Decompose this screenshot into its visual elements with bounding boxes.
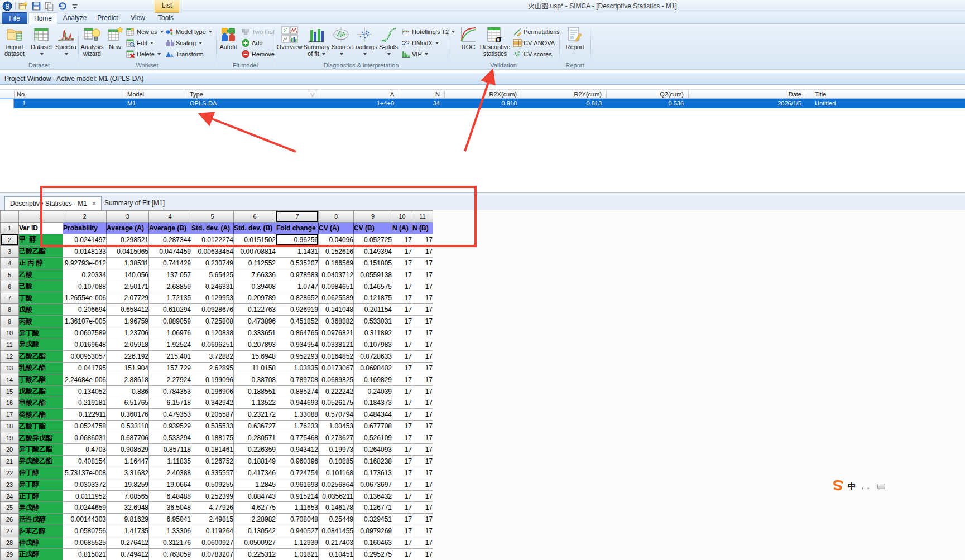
data-cell[interactable]: 0.484344	[354, 409, 392, 421]
data-cell[interactable]: 6.15718	[149, 397, 191, 409]
overview-button[interactable]: Overview	[276, 26, 303, 61]
data-cell[interactable]: 0.908529	[107, 444, 149, 456]
data-cell[interactable]: 0.952293	[276, 350, 319, 362]
data-cell[interactable]: 0.687706	[107, 432, 149, 444]
data-cell[interactable]: 0.39408	[234, 281, 276, 292]
data-cell[interactable]: 0.24039	[354, 385, 392, 397]
data-cell[interactable]: 17	[412, 479, 433, 490]
var-id-cell[interactable]: 活性戊醇	[19, 514, 63, 525]
row-number-cell[interactable]: 8	[1, 304, 19, 316]
data-cell[interactable]: 0.960396	[276, 455, 319, 467]
column-number-cell[interactable]: 8	[319, 211, 354, 223]
data-cell[interactable]: 0.886	[107, 385, 149, 397]
data-cell[interactable]: 0.201154	[354, 304, 392, 316]
data-cell[interactable]: 0.335557	[191, 467, 234, 479]
data-cell[interactable]: 0.943412	[276, 444, 319, 456]
delete-button[interactable]: Delete	[126, 49, 161, 59]
data-cell[interactable]: 0.864765	[276, 327, 319, 339]
data-cell[interactable]: 17	[392, 467, 412, 479]
data-cell[interactable]: 2.68859	[149, 281, 191, 292]
column-header-cell[interactable]: N (A)	[392, 223, 412, 234]
data-cell[interactable]: 17	[412, 490, 433, 502]
data-cell[interactable]: 19.0664	[149, 479, 191, 490]
data-cell[interactable]: 0.451852	[276, 316, 319, 327]
data-cell[interactable]: 0.329451	[354, 514, 392, 525]
data-cell[interactable]: 0.0244659	[63, 502, 107, 514]
data-cell[interactable]: 0.828652	[276, 292, 319, 304]
data-cell[interactable]: 0.232172	[234, 409, 276, 421]
data-cell[interactable]: 1.1431	[276, 245, 319, 257]
data-cell[interactable]: 1.41735	[107, 525, 149, 537]
data-cell[interactable]: 15.6948	[234, 350, 276, 362]
summary-of-fit-button[interactable]: Summary of fit	[303, 26, 330, 61]
dmodx-button[interactable]: DModX	[401, 38, 439, 48]
tab-home[interactable]: Home	[28, 12, 57, 24]
data-cell[interactable]: 0.10885	[319, 455, 354, 467]
import-dataset-button[interactable]: Import dataset	[1, 26, 28, 61]
data-cell[interactable]: 0.120838	[191, 327, 234, 339]
data-cell[interactable]: 17	[412, 257, 433, 269]
row-number-cell[interactable]: 26	[1, 514, 19, 525]
data-cell[interactable]: 0.052725	[354, 234, 392, 246]
model-type-button[interactable]: Model type	[165, 27, 212, 37]
data-cell[interactable]: 17	[412, 374, 433, 385]
data-cell[interactable]: 0.934954	[276, 339, 319, 351]
var-id-cell[interactable]: 异丁醇	[19, 479, 63, 490]
s-plots-button[interactable]: S-plots	[377, 26, 400, 61]
data-cell[interactable]: 0.535533	[191, 421, 234, 432]
data-cell[interactable]: 17	[392, 257, 412, 269]
descriptive-statistics-table[interactable]: 12345678910111Var IDProbabilityAverage (…	[0, 210, 433, 560]
data-cell[interactable]: 5.65425	[191, 269, 234, 281]
data-cell[interactable]: 0.0356211	[319, 490, 354, 502]
data-cell[interactable]: 7.66336	[234, 269, 276, 281]
list-chip-button[interactable]: List	[155, 0, 179, 13]
var-id-cell[interactable]: 甲酸乙酯	[19, 397, 63, 409]
data-cell[interactable]: 17	[412, 409, 433, 421]
data-cell[interactable]: 0.311892	[354, 327, 392, 339]
data-cell[interactable]: 0.741429	[149, 257, 191, 269]
data-cell[interactable]: 0.126771	[354, 502, 392, 514]
edit-button[interactable]: Edit	[126, 38, 153, 48]
data-cell[interactable]: 0.280571	[234, 432, 276, 444]
data-cell[interactable]: 0.749412	[107, 549, 149, 560]
scores-button[interactable]: Scores	[330, 26, 352, 61]
data-cell[interactable]: 0.121875	[354, 292, 392, 304]
data-cell[interactable]: 0.252399	[191, 490, 234, 502]
row-number-cell[interactable]: 24	[1, 490, 19, 502]
data-cell[interactable]: 0.0173067	[319, 362, 354, 374]
data-cell[interactable]: 0.535207	[276, 257, 319, 269]
data-cell[interactable]: 1.23706	[107, 327, 149, 339]
data-cell[interactable]: 2.50171	[107, 281, 149, 292]
data-cell[interactable]: 2.88618	[107, 374, 149, 385]
data-cell[interactable]: 0.479353	[149, 409, 191, 421]
data-cell[interactable]: 1.11835	[149, 455, 191, 467]
data-cell[interactable]: 17	[392, 525, 412, 537]
undo-icon[interactable]	[57, 1, 67, 11]
data-cell[interactable]: 0.273627	[319, 432, 354, 444]
row-number-cell[interactable]: 12	[1, 350, 19, 362]
data-cell[interactable]: 17	[412, 467, 433, 479]
column-number-cell[interactable]: 1	[19, 211, 63, 223]
col-header-r2x[interactable]: R2X(cum)	[447, 90, 517, 99]
data-cell[interactable]: 11.0158	[234, 362, 276, 374]
data-cell[interactable]: 2.27924	[149, 374, 191, 385]
data-cell[interactable]: 0.0976821	[319, 327, 354, 339]
data-cell[interactable]: 0.146178	[319, 502, 354, 514]
data-cell[interactable]: 0.724754	[276, 467, 319, 479]
data-cell[interactable]: 0.368882	[319, 316, 354, 327]
var-id-cell[interactable]: 乙酸丁酯	[19, 421, 63, 432]
data-cell[interactable]: 1.33088	[276, 409, 319, 421]
data-cell[interactable]: 0.205587	[191, 409, 234, 421]
data-cell[interactable]: 0.0148133	[63, 245, 107, 257]
tab-summary-of-fit[interactable]: Summary of Fit [M1]	[99, 196, 170, 211]
hotellings-t2-button[interactable]: Hotelling's T2	[401, 27, 455, 37]
data-cell[interactable]: 0.0841455	[319, 525, 354, 537]
tab-predict[interactable]: Predict	[92, 12, 123, 24]
data-cell[interactable]: 1.0747	[276, 281, 319, 292]
data-cell[interactable]: 17	[412, 234, 433, 246]
data-cell[interactable]: 17	[392, 502, 412, 514]
row-number-cell[interactable]: 27	[1, 525, 19, 537]
ime-mode[interactable]: 中	[848, 481, 856, 492]
model-list-header[interactable]: No. Model Type ▽ A N R2X(cum) R2Y(cum) Q…	[0, 89, 965, 99]
column-number-cell[interactable]: 9	[354, 211, 392, 223]
